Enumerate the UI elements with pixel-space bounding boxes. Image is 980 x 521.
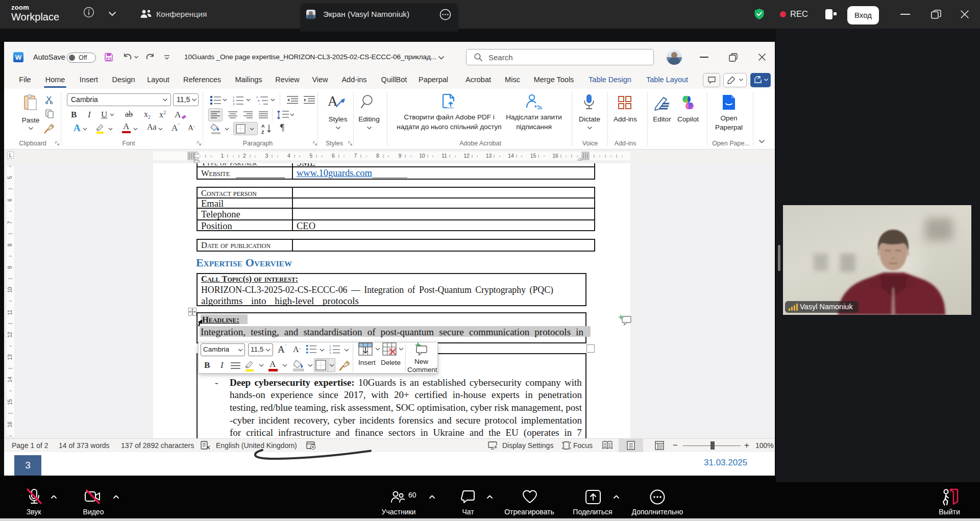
svg-text:15: 15 (7, 399, 13, 405)
svg-text:1: 1 (221, 153, 224, 159)
svg-text:9: 9 (7, 266, 13, 269)
svg-text:10: 10 (419, 153, 425, 159)
svg-text:13: 13 (486, 153, 492, 159)
svg-text:1: 1 (329, 344, 331, 348)
svg-text:4: 4 (287, 153, 290, 159)
svg-text:8: 8 (376, 153, 379, 159)
svg-text:15: 15 (530, 153, 536, 159)
svg-text:14: 14 (508, 153, 514, 159)
svg-text:2: 2 (233, 99, 235, 102)
svg-text:1: 1 (233, 95, 235, 98)
svg-text:3: 3 (265, 153, 268, 159)
svg-text:13: 13 (7, 354, 13, 360)
svg-text:14: 14 (7, 377, 13, 383)
svg-text:7: 7 (354, 153, 357, 159)
svg-text:10: 10 (7, 287, 13, 293)
svg-text:W: W (15, 54, 22, 61)
svg-text:12: 12 (463, 153, 470, 159)
svg-text:7: 7 (7, 221, 13, 224)
svg-text:2: 2 (243, 153, 246, 159)
svg-text:6: 6 (7, 199, 13, 202)
svg-text:9: 9 (399, 153, 402, 159)
svg-text:3: 3 (329, 352, 331, 355)
svg-text:6: 6 (332, 153, 335, 159)
svg-text:8: 8 (7, 243, 13, 246)
svg-text:16: 16 (7, 421, 13, 428)
svg-text:A: A (261, 123, 265, 129)
svg-text:a: a (258, 99, 260, 102)
svg-text:16: 16 (552, 153, 558, 159)
svg-text:12: 12 (7, 332, 13, 338)
svg-text:1: 1 (256, 95, 258, 98)
svg-text:5: 5 (7, 176, 13, 179)
svg-text:i: i (259, 103, 260, 105)
svg-text:5: 5 (310, 153, 313, 159)
svg-text:11: 11 (7, 309, 13, 315)
svg-text:Z: Z (261, 130, 264, 134)
svg-text:3: 3 (233, 103, 235, 105)
svg-text:11: 11 (442, 153, 447, 159)
